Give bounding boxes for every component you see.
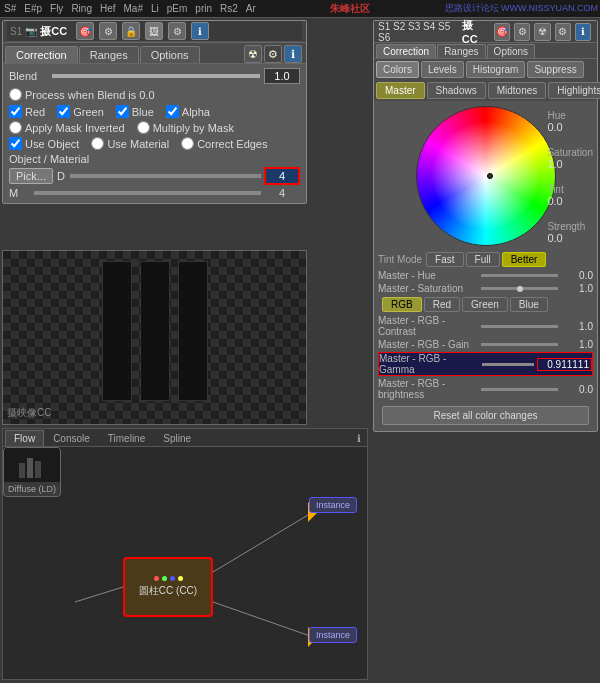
tint-fast-btn[interactable]: Fast	[426, 252, 463, 267]
svg-line-1	[213, 512, 313, 572]
apply-mask-inverted-group: Apply Mask Inverted	[9, 121, 125, 134]
pick-button[interactable]: Pick...	[9, 168, 53, 184]
right-tab-options[interactable]: Options	[487, 44, 535, 58]
viewport-label: 摄映像CC	[7, 406, 51, 420]
dark-pillars	[102, 261, 208, 401]
apply-mask-inverted-label: Apply Mask Inverted	[25, 122, 125, 134]
right-icon-radiation[interactable]: ☢	[534, 23, 550, 41]
multiply-by-mask-group: Multiply by Mask	[137, 121, 234, 134]
apply-mask-inverted-radio[interactable]	[9, 121, 22, 134]
tab-options[interactable]: Options	[140, 46, 200, 63]
tab-icon-gear2[interactable]: ⚙	[264, 45, 282, 63]
menu-item-ring[interactable]: Ring	[71, 3, 92, 14]
hue-label-item: Hue 0.0	[547, 110, 593, 133]
tab-ranges[interactable]: Ranges	[79, 46, 139, 63]
master-rgb-gain-track[interactable]	[481, 343, 558, 346]
toolbar-icon-2[interactable]: ⚙	[99, 22, 117, 40]
color-wheel[interactable]	[416, 106, 556, 246]
right-tab-correction[interactable]: Correction	[376, 44, 436, 58]
right-panel-title-bar: S1 S2 S3 S4 S5 S6 摄CC 🎯 ⚙ ☢ ⚙ ℹ	[374, 21, 597, 43]
reset-all-color-changes-button[interactable]: Reset all color changes	[382, 406, 589, 425]
node-diffuse[interactable]: Diffuse (LD)	[3, 447, 61, 497]
rgb-tab-blue[interactable]: Blue	[510, 297, 548, 312]
node-cc[interactable]: 圆柱CC (CC)	[123, 557, 213, 617]
midtones-tab[interactable]: Midtones	[488, 82, 547, 99]
flow-tab-flow[interactable]: Flow	[5, 430, 44, 446]
tab-icon-info2[interactable]: ℹ	[284, 45, 302, 63]
multiply-by-mask-label: Multiply by Mask	[153, 122, 234, 134]
master-rgb-brightness-track[interactable]	[481, 388, 558, 391]
right-icon-info[interactable]: ℹ	[575, 23, 591, 41]
use-object-checkbox[interactable]	[9, 137, 22, 150]
svg-line-2	[213, 602, 313, 637]
menu-item-li[interactable]: Li	[151, 3, 159, 14]
blend-slider-fill	[52, 74, 260, 78]
colors-tabs-row: Colors Levels Histogram Suppress	[374, 59, 597, 80]
tint-better-btn[interactable]: Better	[502, 252, 547, 267]
menu-item-hef[interactable]: Hef	[100, 3, 116, 14]
tab-icon-radiation[interactable]: ☢	[244, 45, 262, 63]
master-rgb-contrast-track[interactable]	[481, 325, 558, 328]
m-value: 4	[264, 187, 300, 199]
right-icon-2[interactable]: ⚙	[514, 23, 530, 41]
alpha-checkbox-group: Alpha	[166, 105, 210, 118]
rgb-tab-rgb[interactable]: RGB	[382, 297, 422, 312]
wheel-labels: Hue 0.0 Saturation 1.0 Tint 0.0 Strength…	[547, 110, 593, 244]
master-tab[interactable]: Master	[376, 82, 425, 99]
process-blend-label: Process when Blend is 0.0	[25, 89, 155, 101]
correct-edges-radio[interactable]	[181, 137, 194, 150]
flow-tab-timeline[interactable]: Timeline	[99, 430, 154, 446]
flow-info-icon[interactable]: ℹ	[353, 431, 365, 446]
toolbar-icon-lock[interactable]: 🔒	[122, 22, 140, 40]
tint-full-btn[interactable]: Full	[466, 252, 500, 267]
d-slider-track[interactable]	[70, 174, 261, 178]
menu-item-rs2[interactable]: Rs2	[220, 3, 238, 14]
d-value-highlighted[interactable]: 4	[264, 167, 300, 185]
histogram-btn[interactable]: Histogram	[466, 61, 526, 78]
highlights-tab[interactable]: Highlights	[548, 82, 600, 99]
tint-mode-row: Tint Mode Fast Full Better	[378, 252, 593, 267]
m-slider-track[interactable]	[34, 191, 261, 195]
master-hue-track[interactable]	[481, 274, 558, 277]
shadows-tab[interactable]: Shadows	[427, 82, 486, 99]
use-material-radio[interactable]	[91, 137, 104, 150]
left-panel-title-bar: S1 📷 摄CC 🎯 ⚙ 🔒 🖼 ⚙ ℹ	[3, 21, 306, 43]
alpha-checkbox[interactable]	[166, 105, 179, 118]
menu-item-pem[interactable]: pEm	[167, 3, 188, 14]
toolbar-icon-img[interactable]: 🖼	[145, 22, 163, 40]
multiply-by-mask-radio[interactable]	[137, 121, 150, 134]
toolbar-icon-gear[interactable]: ⚙	[168, 22, 186, 40]
toolbar-icon-1[interactable]: 🎯	[76, 22, 94, 40]
master-rgb-gamma-track[interactable]	[482, 363, 534, 366]
blend-value-input[interactable]	[264, 68, 300, 84]
colors-btn[interactable]: Colors	[376, 61, 419, 78]
rgb-tab-red[interactable]: Red	[424, 297, 460, 312]
blue-checkbox[interactable]	[116, 105, 129, 118]
flow-tab-console[interactable]: Console	[44, 430, 99, 446]
right-icon-gear[interactable]: ⚙	[555, 23, 571, 41]
toolbar-icon-info[interactable]: ℹ	[191, 22, 209, 40]
right-tabs-bar: Correction Ranges Options	[374, 43, 597, 59]
right-tab-ranges[interactable]: Ranges	[437, 44, 485, 58]
master-saturation-track[interactable]	[481, 287, 558, 290]
blend-slider-track[interactable]	[52, 74, 260, 78]
node-diffuse-preview	[4, 448, 60, 482]
menu-item-s[interactable]: S#	[4, 3, 16, 14]
rgb-tab-green[interactable]: Green	[462, 297, 508, 312]
instance-node-1[interactable]: Instance	[309, 497, 357, 513]
flow-tab-spline[interactable]: Spline	[154, 430, 200, 446]
levels-btn[interactable]: Levels	[421, 61, 464, 78]
green-checkbox[interactable]	[57, 105, 70, 118]
master-saturation-row: Master - Saturation 1.0	[378, 283, 593, 294]
suppress-btn[interactable]: Suppress	[527, 61, 583, 78]
instance-node-2[interactable]: Instance	[309, 627, 357, 643]
menu-item-prin[interactable]: prin	[195, 3, 212, 14]
tab-correction[interactable]: Correction	[5, 46, 78, 63]
menu-item-ma[interactable]: Ma#	[124, 3, 143, 14]
process-blend-radio-input[interactable]	[9, 88, 22, 101]
menu-item-e[interactable]: E#p	[24, 3, 42, 14]
red-checkbox[interactable]	[9, 105, 22, 118]
menu-item-fly[interactable]: Fly	[50, 3, 63, 14]
menu-item-ar[interactable]: Ar	[246, 3, 256, 14]
right-icon-1[interactable]: 🎯	[494, 23, 510, 41]
